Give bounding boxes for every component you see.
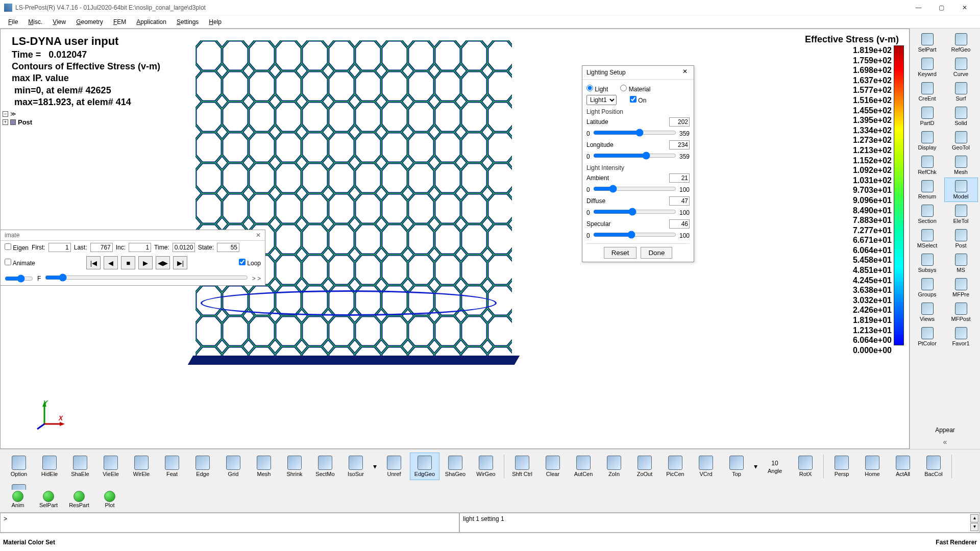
on-checkbox[interactable]: On — [630, 96, 646, 104]
btool-rotx[interactable]: RotX — [791, 453, 820, 480]
btool-wirele[interactable]: WirEle — [127, 453, 156, 480]
tool-mfpost[interactable]: MFPost — [944, 300, 978, 324]
menu-geometry[interactable]: Geometry — [71, 17, 108, 27]
btool-isosur[interactable]: IsoSur — [341, 453, 371, 480]
btool-wirgeo[interactable]: WirGeo — [471, 453, 501, 480]
btool-shrink[interactable]: Shrink — [280, 453, 309, 480]
ambient-slider[interactable] — [593, 185, 676, 193]
prev-frame-button[interactable]: ◀ — [104, 256, 118, 269]
longitude-slider[interactable] — [593, 152, 676, 160]
tool-creent[interactable]: CreEnt — [911, 80, 944, 104]
animate-dialog[interactable]: imate✕ Eigen First: Last: Inc: Time: Sta… — [0, 230, 265, 286]
appear-label[interactable]: Appear — [935, 427, 955, 434]
time-input[interactable] — [173, 243, 195, 252]
btool-persp[interactable]: Persp — [827, 453, 856, 480]
first-frame-button[interactable]: |◀ — [86, 256, 101, 269]
tool-display[interactable]: Display — [911, 129, 944, 153]
tool-surf[interactable]: Surf — [944, 80, 978, 104]
first-input[interactable] — [48, 243, 71, 252]
tool-post[interactable]: Post — [944, 227, 978, 251]
tool-curve[interactable]: Curve — [944, 55, 978, 80]
tool-refgeo[interactable]: RefGeo — [944, 31, 978, 55]
ambient-input[interactable] — [669, 173, 690, 183]
tool-refchk[interactable]: RefChk — [911, 153, 944, 178]
scroll-up-icon[interactable]: ▴ — [970, 514, 978, 522]
menu-fem[interactable]: FEM — [108, 17, 131, 27]
menu-misc[interactable]: Misc. — [23, 17, 47, 27]
animate-close-icon[interactable]: ✕ — [256, 232, 261, 239]
tool-geotol[interactable]: GeoTol — [944, 129, 978, 153]
tool-model[interactable]: Model — [944, 178, 978, 202]
play-button[interactable]: ▶ — [138, 256, 153, 269]
btool-vcrd[interactable]: VCrd — [691, 453, 721, 480]
btool-angle[interactable]: 10Angle — [760, 453, 790, 480]
btool2-anim[interactable]: Anim — [4, 491, 32, 511]
tool-mfpre[interactable]: MFPre — [944, 276, 978, 300]
latitude-slider[interactable] — [593, 129, 676, 137]
menu-file[interactable]: File — [3, 17, 23, 27]
menu-settings[interactable]: Settings — [172, 17, 204, 27]
btool-feat[interactable]: Feat — [157, 453, 187, 480]
dialog-close-icon[interactable]: ✕ — [680, 68, 690, 77]
btool-vieele[interactable]: VieEle — [96, 453, 126, 480]
latitude-input[interactable] — [669, 117, 690, 127]
diffuse-slider[interactable] — [593, 208, 676, 216]
btool-unref[interactable]: Unref — [379, 453, 409, 480]
tree-post[interactable]: Post — [18, 118, 32, 126]
stop-button[interactable]: ■ — [121, 256, 135, 269]
model-tree[interactable]: −≫ +Post — [3, 110, 32, 126]
done-button[interactable]: Done — [641, 247, 672, 259]
tool-mselect[interactable]: MSelect — [911, 227, 944, 251]
maximize-button[interactable]: ▢ — [930, 1, 953, 15]
tool-subsys[interactable]: Subsys — [911, 251, 944, 276]
diffuse-input[interactable] — [669, 196, 690, 206]
btool-autcen[interactable]: AutCen — [569, 453, 598, 480]
btool-shfctr[interactable]: Shft Ctrl — [507, 453, 537, 480]
step-button[interactable]: ◀▶ — [156, 256, 170, 269]
btool-option[interactable]: Option — [4, 453, 34, 480]
btool-zoin[interactable]: ZoIn — [599, 453, 629, 480]
btool-clear[interactable]: Clear — [538, 453, 568, 480]
btool-top[interactable]: Top — [722, 453, 751, 480]
btool-hidele[interactable]: HidEle — [35, 453, 64, 480]
btool2-plot[interactable]: Plot — [96, 491, 124, 511]
reset-button[interactable]: Reset — [604, 247, 637, 259]
last-frame-button[interactable]: ▶| — [173, 256, 187, 269]
scroll-down-icon[interactable]: ▾ — [970, 523, 978, 531]
tool-renum[interactable]: Renum — [911, 178, 944, 202]
loop-checkbox[interactable]: Loop — [239, 259, 261, 267]
material-radio[interactable]: Material — [620, 85, 650, 93]
inc-input[interactable] — [129, 243, 151, 252]
command-input[interactable]: > — [0, 513, 459, 533]
btool-shaele[interactable]: ShaEle — [65, 453, 95, 480]
specular-input[interactable] — [669, 219, 690, 229]
btool-shageo[interactable]: ShaGeo — [440, 453, 470, 480]
menu-view[interactable]: View — [47, 17, 71, 27]
menu-help[interactable]: Help — [204, 17, 227, 27]
menu-application[interactable]: Application — [131, 17, 172, 27]
expand-icon[interactable]: > > — [252, 275, 261, 282]
tool-eletol[interactable]: EleTol — [944, 202, 978, 227]
btool-zoout[interactable]: ZoOut — [630, 453, 659, 480]
last-input[interactable] — [90, 243, 113, 252]
speed-slider[interactable] — [5, 274, 33, 283]
btool-edge[interactable]: Edge — [188, 453, 217, 480]
btool-actall[interactable]: ActAll — [888, 453, 918, 480]
tool-section[interactable]: Section — [911, 202, 944, 227]
btool-home[interactable]: Home — [857, 453, 887, 480]
tool-favor1[interactable]: Favor1 — [944, 324, 978, 349]
state-slider[interactable] — [45, 273, 248, 282]
btool-baccol[interactable]: BacCol — [919, 453, 948, 480]
btool-edggeo[interactable]: EdgGeo — [410, 453, 439, 480]
animate-checkbox[interactable]: Animate — [5, 259, 35, 267]
tool-keywrd[interactable]: Keywrd — [911, 55, 944, 80]
light-radio[interactable]: Light — [586, 85, 608, 93]
minimize-button[interactable]: — — [907, 1, 930, 15]
tool-selpart[interactable]: SelPart — [911, 31, 944, 55]
tool-mesh[interactable]: Mesh — [944, 153, 978, 178]
btool-mesh-b[interactable]: Mesh — [249, 453, 279, 480]
toolbar-collapse-icon[interactable]: « — [943, 438, 947, 446]
btool2-respart[interactable]: ResPart — [65, 491, 93, 511]
tool-ptcolor[interactable]: PtColor — [911, 324, 944, 349]
btool-piccen[interactable]: PicCen — [660, 453, 690, 480]
